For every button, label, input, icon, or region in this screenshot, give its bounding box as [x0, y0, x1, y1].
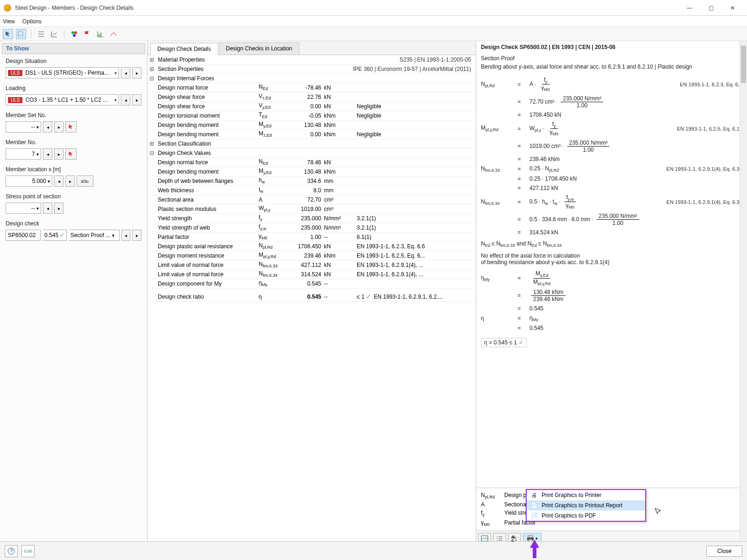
table-row: Sectional areaA72.70cm² — [148, 195, 476, 204]
table-row: Design component for MyηMy0.545-- — [148, 279, 476, 288]
menu-options[interactable]: Options — [22, 18, 42, 25]
bottom-bar: ? 0,00 Close — [0, 541, 747, 560]
prev-button[interactable]: ◂ — [121, 230, 131, 241]
next-button[interactable]: ▸ — [54, 148, 63, 160]
tool-cursor-icon[interactable] — [3, 29, 13, 39]
tool-curve-icon[interactable] — [108, 29, 119, 39]
tool-list-icon[interactable] — [36, 29, 46, 39]
next-button[interactable]: ▸ — [132, 230, 141, 241]
collapse-icon[interactable]: ⊟ — [148, 150, 156, 156]
pdf-icon: 📄 — [530, 512, 538, 519]
chevron-down-icon: ▾ — [114, 70, 117, 76]
pick-member-icon[interactable] — [65, 121, 77, 133]
window-title: Steel Design - Members - Design Check De… — [15, 5, 679, 11]
toolbar — [0, 27, 747, 41]
next-button[interactable]: ▸ — [54, 203, 63, 214]
table-row: Design normal forceNEd-78.46kN — [148, 83, 476, 92]
table-row: Depth of web between flangeshw334.6mm — [148, 176, 476, 186]
report-icon: 📄 — [530, 502, 538, 509]
svg-rect-4 — [99, 34, 99, 37]
expand-icon[interactable]: ⊞ — [148, 140, 156, 147]
chevron-down-icon: ▾ — [36, 125, 39, 130]
table-row: Partial factorγM01.00--6.1(1) — [148, 232, 476, 242]
annotation-arrow-icon — [528, 539, 542, 558]
proof-body: Section Proof Bending about y-axis, axia… — [476, 53, 747, 488]
ratio-row: Design check ratio η 0.545 -- ≤ 1 ✓ EN 1… — [148, 292, 476, 301]
prev-button[interactable]: ◂ — [43, 121, 52, 133]
expand-icon[interactable]: ⊞ — [148, 66, 156, 72]
svg-point-3 — [73, 34, 76, 37]
chevron-down-icon: ▾ — [114, 98, 117, 103]
help-button[interactable]: ? — [5, 545, 18, 557]
prev-button[interactable]: ◂ — [121, 67, 130, 78]
check-id-field[interactable]: SP6500.02 — [6, 230, 41, 241]
table-row: Design bending momentMy,Ed130.48kNm — [148, 120, 476, 130]
titlebar: Steel Design - Members - Design Check De… — [0, 0, 747, 16]
printer-icon: 🖨 — [530, 491, 538, 499]
table-row: Design shear forceVz,Ed22.76kN — [148, 92, 476, 102]
right-title: Design Check SP6500.02 | EN 1993 | CEN |… — [476, 41, 747, 53]
memberloc-dropdown[interactable]: 5.000 ▾ — [6, 175, 52, 187]
memberno-dropdown[interactable]: 7 ▾ — [6, 148, 41, 160]
prev-button[interactable]: ◂ — [43, 148, 52, 160]
table-row: Design shear forceVy,Ed0.00kNNegligible — [148, 102, 476, 111]
tool-flag-icon[interactable] — [82, 29, 92, 39]
units-button[interactable]: 0,00 — [21, 545, 35, 557]
tab-design-checks-in-location[interactable]: Design Checks in Location — [219, 42, 299, 55]
tool-colors-icon[interactable] — [69, 29, 79, 39]
tool-select-icon[interactable] — [16, 29, 26, 39]
expand-icon[interactable]: ⊞ — [148, 56, 156, 63]
svg-text:?: ? — [10, 548, 13, 554]
prev-button[interactable]: ◂ — [121, 94, 130, 105]
loading-dropdown[interactable]: ULS CO3 - 1.35 * LC1 + 1.50 * LC2 ... ▾ — [6, 94, 119, 105]
pick-member-icon[interactable] — [65, 148, 77, 160]
check-desc-dropdown[interactable]: Section Proof ... ▾ — [69, 230, 120, 241]
table-row: Design moment resistanceMpl,y,Rd239.46kN… — [148, 251, 476, 260]
close-window-button[interactable]: ✕ — [722, 1, 743, 15]
tree-grid[interactable]: ⊞Material PropertiesS235 | EN 1993-1-1:2… — [148, 55, 476, 546]
next-button[interactable]: ▸ — [54, 121, 63, 133]
next-button[interactable]: ▸ — [132, 67, 141, 78]
location-ratio-button[interactable]: x/x₀ — [77, 175, 93, 187]
maximize-button[interactable]: ▢ — [700, 1, 722, 15]
next-button[interactable]: ▸ — [65, 175, 75, 187]
tool-chart-icon[interactable] — [49, 29, 59, 39]
center-panel: Design Check Details Design Checks in Lo… — [148, 41, 476, 546]
tabs: Design Check Details Design Checks in Lo… — [148, 41, 476, 55]
menu-print-to-pdf[interactable]: 📄 Print Graphics to PDF — [527, 511, 645, 521]
table-row: Plastic section modulusWpl,y1019.00cm³ — [148, 204, 476, 214]
memberno-label: Member No. — [6, 139, 141, 146]
next-button[interactable]: ▸ — [132, 94, 141, 105]
stress-dropdown[interactable]: -- ▾ — [6, 203, 41, 214]
scrollbar[interactable] — [740, 41, 747, 546]
right-panel: Design Check SP6500.02 | EN 1993 | CEN |… — [476, 41, 747, 546]
table-row: Limit value of normal forceNlim,6.34314.… — [148, 270, 476, 279]
collapse-icon[interactable]: ⊟ — [148, 75, 156, 82]
table-row: Limit value of normal forceNlim,6.33427.… — [148, 260, 476, 270]
tab-design-check-details[interactable]: Design Check Details — [150, 43, 218, 55]
loading-label: Loading — [6, 85, 141, 91]
prev-button[interactable]: ◂ — [43, 203, 52, 214]
prev-button[interactable]: ◂ — [54, 175, 63, 187]
table-row: Yield strengthfy235.000N/mm²3.2.1(1) — [148, 214, 476, 223]
table-row: Design normal forceNEd78.46kN — [148, 158, 476, 167]
table-row: Design bending momentMy,Ed130.48kNm — [148, 167, 476, 176]
table-row: Design bending momentMz,Ed0.00kNmNegligi… — [148, 130, 476, 139]
minimize-button[interactable]: — — [679, 1, 700, 15]
design-situation-dropdown[interactable]: ULS DS1 - ULS (STR/GEO) - Perma... ▾ — [6, 67, 119, 78]
left-panel: To Show Design Situation ULS DS1 - ULS (… — [0, 41, 148, 546]
menu-print-to-report[interactable]: 📄 Print Graphics to Printout Report — [527, 500, 645, 511]
check-label: Design check — [6, 220, 141, 227]
memberloc-label: Member location x [m] — [6, 166, 141, 173]
table-row: Design torsional momentTEd-0.05kNmNeglig… — [148, 111, 476, 120]
chevron-down-icon: ▾ — [48, 179, 50, 184]
tool-graph-icon[interactable] — [95, 29, 106, 39]
table-row: Yield strength of webfy,w235.000N/mm²3.2… — [148, 223, 476, 232]
svg-rect-0 — [18, 31, 23, 36]
memberset-dropdown[interactable]: -- ▾ — [6, 121, 41, 133]
close-button[interactable]: Close — [706, 546, 742, 557]
svg-rect-5 — [100, 33, 101, 37]
menu-print-to-printer[interactable]: 🖨 Print Graphics to Printer — [527, 490, 645, 500]
chevron-down-icon: ▾ — [36, 152, 39, 157]
menu-view[interactable]: View — [3, 18, 15, 25]
